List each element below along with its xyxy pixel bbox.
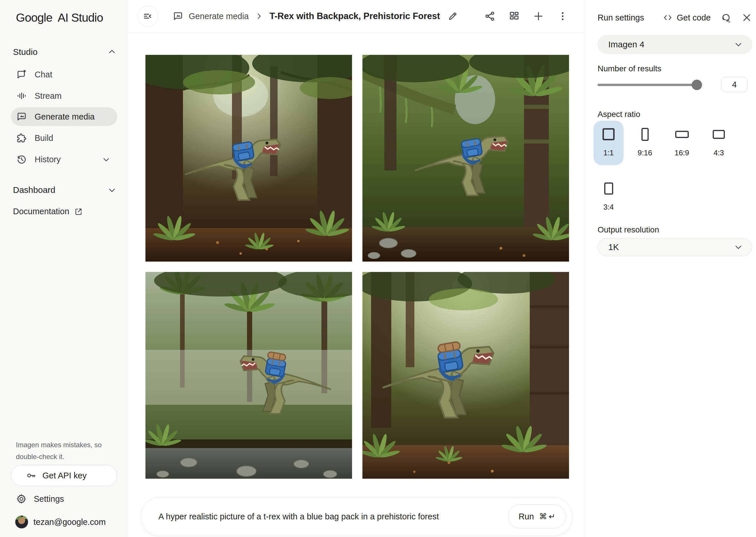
aspect-ratio-label: Aspect ratio: [598, 110, 640, 119]
generated-image-3[interactable]: [145, 272, 352, 479]
sidebar-item-documentation[interactable]: Documentation: [13, 207, 83, 216]
more-options-button[interactable]: [557, 10, 568, 22]
get-api-key-label: Get API key: [42, 471, 87, 480]
header-actions: [484, 10, 568, 22]
rename-button[interactable]: [447, 11, 458, 21]
documentation-label: Documentation: [13, 207, 69, 216]
cmd-key-icon: ⌘: [539, 512, 547, 521]
run-settings-title: Run settings: [598, 13, 644, 22]
chevron-down-icon: [734, 242, 743, 252]
main-header: Generate media T-Rex with Backpack, Preh…: [127, 0, 584, 33]
chevron-down-icon: [101, 155, 111, 164]
google-ai-studio-app: Google AI Studio Studio Chat Stream: [0, 0, 756, 537]
model-select-value: Imagen 4: [608, 40, 644, 49]
aspect-option-3-4[interactable]: 3:4: [593, 175, 624, 220]
aspect-3-4-icon: [604, 183, 613, 194]
settings-button[interactable]: Settings: [16, 491, 64, 506]
sidebar-item-label: History: [35, 155, 60, 164]
get-api-key-button[interactable]: Get API key: [11, 465, 117, 486]
chevron-down-icon: [107, 185, 117, 195]
sidebar-item-history[interactable]: History: [11, 150, 117, 169]
sidebar-item-label: Chat: [35, 70, 52, 79]
kebab-menu-icon: [557, 10, 568, 22]
chat-icon: [16, 69, 27, 80]
results-slider-track[interactable]: [598, 84, 697, 86]
generated-image-2[interactable]: [362, 55, 569, 262]
run-label: Run: [518, 512, 534, 521]
collapse-panel-icon: [142, 10, 154, 22]
collapse-sidebar-button[interactable]: [138, 6, 158, 26]
chevron-down-icon: [734, 40, 743, 49]
plus-icon: [533, 10, 544, 22]
code-icon: [663, 13, 673, 22]
aspect-4-3-icon: [713, 130, 725, 139]
sidebar-item-chat[interactable]: Chat: [11, 65, 117, 84]
pencil-icon: [447, 11, 458, 21]
sidebar-item-label: Build: [35, 133, 54, 143]
sidebar: Google AI Studio Studio Chat Stream: [0, 0, 127, 537]
share-button[interactable]: [484, 10, 496, 22]
run-button[interactable]: Run ⌘ ↵: [508, 504, 566, 529]
aspect-9-16-icon: [641, 128, 649, 141]
run-settings-header: Run settings Get code: [598, 10, 752, 25]
sidebar-section-dashboard[interactable]: Dashboard: [13, 183, 117, 197]
enter-key-icon: ↵: [548, 512, 555, 521]
puzzle-icon: [16, 133, 27, 144]
aspect-1-1-icon: [602, 128, 615, 140]
close-icon: [741, 12, 752, 23]
close-panel-button[interactable]: [741, 12, 752, 23]
dashboard-grid-icon: [509, 10, 520, 22]
prompt-text: A hyper realistic picture of a t-rex wit…: [158, 512, 508, 521]
sidebar-item-stream[interactable]: Stream: [11, 87, 117, 105]
logo-google: Google: [16, 11, 52, 24]
chevron-up-icon: [107, 47, 117, 57]
output-resolution-select[interactable]: 1K: [598, 238, 752, 256]
page-title: T-Rex with Backpack, Prehistoric Forest: [270, 11, 440, 21]
new-prompt-button[interactable]: [533, 10, 544, 22]
aspect-option-9-16[interactable]: 9:16: [630, 121, 660, 165]
sidebar-item-generate-media[interactable]: Generate media: [11, 107, 117, 126]
account-email: tezan@google.com: [33, 517, 106, 527]
aspect-16-9-icon: [675, 131, 689, 138]
key-icon: [26, 470, 37, 481]
section-studio-label: Studio: [13, 47, 38, 57]
waveform-icon: [16, 90, 27, 101]
sidebar-item-build[interactable]: Build: [11, 129, 117, 147]
generated-image-4[interactable]: [362, 272, 569, 479]
output-resolution-value: 1K: [608, 242, 619, 252]
model-select[interactable]: Imagen 4: [598, 35, 752, 54]
app-logo[interactable]: Google AI Studio: [16, 11, 103, 24]
generate-media-icon: [172, 11, 183, 21]
reset-settings-button[interactable]: [721, 12, 732, 23]
number-of-results-control: 4: [598, 77, 752, 93]
results-value-input[interactable]: 4: [721, 77, 748, 92]
number-of-results-label: Number of results: [598, 64, 662, 73]
prompt-input[interactable]: A hyper realistic picture of a t-rex wit…: [141, 497, 573, 536]
main-content: Generate media T-Rex with Backpack, Preh…: [127, 0, 584, 537]
sidebar-item-label: Generate media: [35, 112, 94, 122]
results-slider-thumb[interactable]: [692, 80, 702, 90]
output-resolution-label: Output resolution: [598, 225, 659, 234]
share-icon: [484, 10, 496, 22]
get-code-label: Get code: [677, 13, 711, 22]
apps-grid-button[interactable]: [509, 10, 520, 22]
chevron-right-icon: [254, 12, 264, 21]
generate-media-icon: [16, 111, 27, 122]
aspect-option-4-3[interactable]: 4:3: [704, 121, 734, 165]
get-code-button[interactable]: Get code: [663, 13, 711, 22]
reset-settings-icon: [721, 12, 732, 23]
account-button[interactable]: tezan@google.com: [15, 515, 106, 529]
logo-ai-studio: AI Studio: [58, 11, 103, 24]
settings-label: Settings: [34, 494, 64, 504]
model-disclaimer: Imagen makes mistakes, so double-check i…: [16, 439, 114, 463]
run-settings-panel: Run settings Get code: [584, 0, 756, 537]
breadcrumb-label: Generate media: [189, 12, 249, 21]
external-link-icon: [74, 207, 83, 216]
gear-icon: [16, 493, 27, 504]
aspect-option-16-9[interactable]: 16:9: [667, 121, 697, 165]
history-icon: [16, 154, 27, 165]
breadcrumb[interactable]: Generate media: [172, 11, 249, 21]
aspect-option-1-1[interactable]: 1:1: [593, 121, 624, 165]
sidebar-section-studio[interactable]: Studio: [13, 45, 117, 59]
generated-image-1[interactable]: [145, 55, 352, 262]
